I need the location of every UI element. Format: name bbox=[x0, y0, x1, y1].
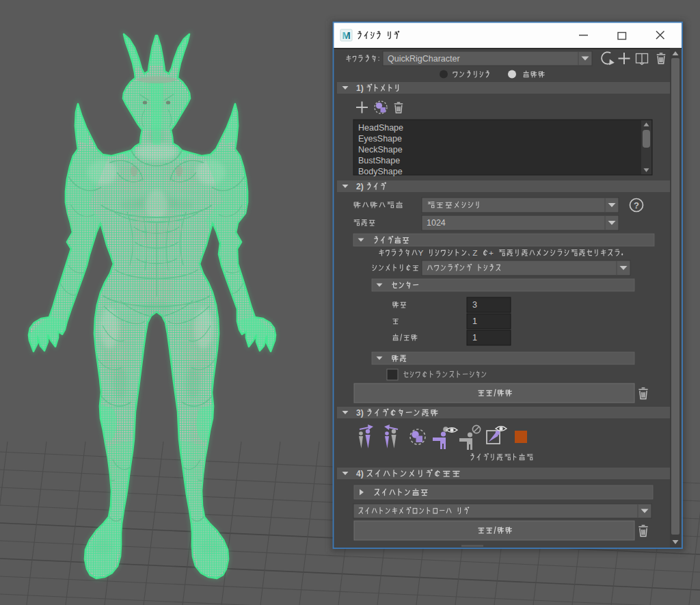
svg-text:4): 4) bbox=[356, 469, 364, 479]
svg-text:Y: Y bbox=[418, 248, 424, 258]
svg-text:3: 3 bbox=[472, 300, 477, 310]
svg-text:M: M bbox=[342, 29, 351, 41]
svg-text:QuickRigCharacter: QuickRigCharacter bbox=[388, 54, 460, 64]
svg-text:1: 1 bbox=[472, 317, 477, 326]
svg-text:EyesShape: EyesShape bbox=[358, 134, 402, 144]
svg-text:1: 1 bbox=[472, 333, 477, 342]
svg-text:BodyShape: BodyShape bbox=[358, 167, 403, 176]
svg-text:NeckShape: NeckShape bbox=[358, 145, 403, 154]
svg-text:?: ? bbox=[634, 200, 639, 211]
svg-text:1): 1) bbox=[356, 83, 364, 93]
svg-text:Z: Z bbox=[472, 248, 477, 258]
svg-text:3): 3) bbox=[356, 408, 364, 418]
svg-text:+: + bbox=[489, 248, 494, 258]
svg-text:1024: 1024 bbox=[427, 218, 446, 228]
svg-text:HeadShape: HeadShape bbox=[358, 123, 403, 133]
svg-text:2): 2) bbox=[356, 182, 364, 191]
svg-text:BustShape: BustShape bbox=[358, 156, 400, 165]
